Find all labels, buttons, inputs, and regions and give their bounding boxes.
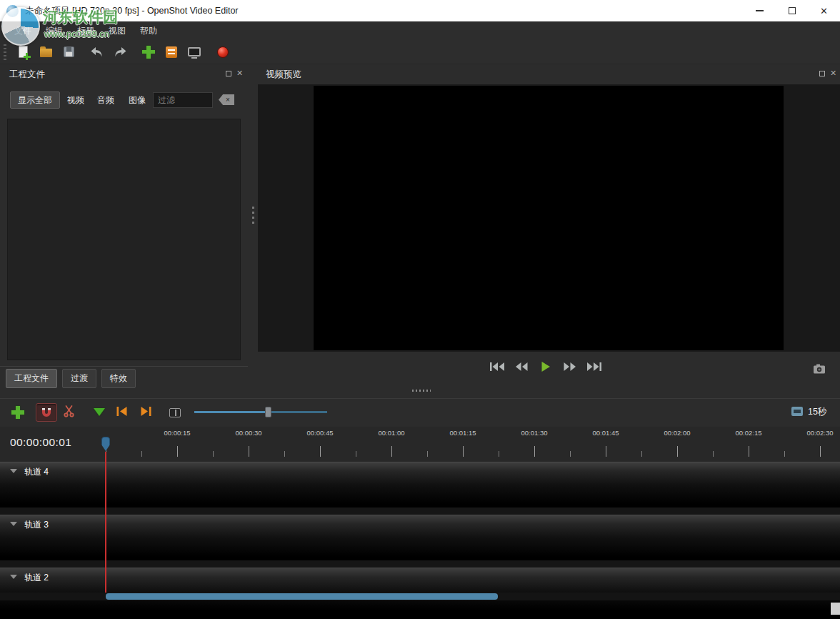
clear-filter-button[interactable]: × bbox=[219, 94, 234, 105]
open-project-button[interactable] bbox=[35, 42, 56, 62]
next-marker-button[interactable] bbox=[140, 406, 152, 417]
tab-transitions[interactable]: 过渡 bbox=[62, 369, 96, 388]
marker-triangle-icon bbox=[94, 408, 105, 416]
close-button[interactable]: ✕ bbox=[808, 0, 840, 21]
export-video-button[interactable] bbox=[212, 42, 234, 62]
toolbar-drag-handle[interactable] bbox=[4, 44, 6, 60]
new-project-icon bbox=[19, 46, 28, 58]
redo-button[interactable] bbox=[109, 42, 131, 62]
ruler-label: 00:00:15 bbox=[154, 429, 200, 437]
ruler-label: 00:02:00 bbox=[654, 429, 700, 437]
open-folder-icon bbox=[40, 49, 52, 57]
save-project-button[interactable] bbox=[58, 42, 79, 62]
splitter-dots-icon bbox=[252, 207, 254, 225]
preview-panel-title: 视频预览 bbox=[266, 69, 301, 81]
backspace-icon: × bbox=[226, 96, 230, 104]
close-panel-icon[interactable]: ✕ bbox=[236, 70, 243, 76]
ruler-label: 00:02:15 bbox=[726, 429, 771, 437]
menu-item-title[interactable]: 标题 bbox=[70, 21, 101, 40]
plus-icon bbox=[24, 53, 31, 60]
scrollbar-corner bbox=[831, 603, 840, 615]
window-title: 未命名项目 [HD 720p 30 fps] - OpenShot Video … bbox=[25, 5, 239, 17]
tab-transitions-label: 过渡 bbox=[71, 373, 88, 383]
fullscreen-button[interactable] bbox=[184, 42, 205, 62]
add-track-button[interactable] bbox=[11, 406, 24, 419]
center-playhead-icon bbox=[169, 408, 181, 417]
video-filter-label: 视频 bbox=[67, 94, 84, 107]
timeline-ruler[interactable]: 00:00:00:01 00:00:15 00:00:30 00:00:45 0… bbox=[0, 427, 840, 462]
project-panel-header-buttons: ✕ bbox=[226, 70, 243, 76]
redo-arrow-icon bbox=[113, 46, 127, 58]
zoom-scale-icon bbox=[791, 407, 803, 416]
play-icon bbox=[541, 361, 551, 372]
capture-frame-button[interactable] bbox=[811, 362, 827, 375]
import-plus-icon bbox=[142, 46, 155, 59]
jump-to-end-button[interactable] bbox=[586, 360, 603, 374]
track-row[interactable]: 轨道 4 bbox=[0, 462, 840, 507]
playback-timecode: 00:00:00:01 bbox=[10, 436, 71, 449]
track-row[interactable]: 轨道 3 bbox=[0, 515, 840, 560]
ruler-label: 00:01:45 bbox=[583, 429, 629, 437]
show-all-label: 显示全部 bbox=[18, 94, 52, 107]
horizontal-scrollbar-thumb[interactable] bbox=[106, 593, 498, 600]
track-name-label: 轨道 4 bbox=[24, 466, 49, 478]
close-icon: ✕ bbox=[820, 6, 828, 16]
next-marker-icon bbox=[140, 406, 152, 417]
horizontal-scrollbar[interactable] bbox=[0, 593, 840, 600]
menu-item-help[interactable]: 帮助 bbox=[133, 21, 164, 40]
zoom-slider-handle[interactable] bbox=[265, 407, 271, 417]
preview-panel-header-buttons: ✕ bbox=[819, 70, 836, 76]
transport-controls bbox=[489, 360, 603, 374]
fast-forward-button[interactable] bbox=[561, 360, 579, 374]
minimize-button[interactable] bbox=[744, 0, 776, 21]
zoom-slider-track[interactable] bbox=[194, 411, 327, 413]
filter-input[interactable] bbox=[153, 92, 213, 108]
track-chevron-icon[interactable] bbox=[10, 469, 17, 473]
ruler-label: 00:00:45 bbox=[297, 429, 343, 437]
monitor-icon bbox=[188, 47, 201, 56]
track-chevron-icon[interactable] bbox=[10, 522, 17, 526]
tab-effects[interactable]: 特效 bbox=[101, 369, 136, 388]
menu-item-view[interactable]: 视图 bbox=[101, 21, 133, 40]
snap-toggle-button[interactable] bbox=[36, 403, 57, 422]
minimize-icon bbox=[756, 10, 764, 11]
horizontal-splitter[interactable] bbox=[412, 390, 431, 392]
zoom-slider[interactable] bbox=[194, 405, 327, 418]
audio-filter-button[interactable]: 音频 bbox=[91, 91, 120, 109]
jump-start-icon bbox=[489, 362, 505, 372]
menu-item-file[interactable]: 文件 bbox=[7, 21, 39, 40]
image-filter-button[interactable]: 图像 bbox=[123, 91, 151, 109]
razor-button[interactable] bbox=[63, 405, 75, 417]
choose-profile-button[interactable] bbox=[161, 42, 182, 62]
ruler-minor-ticks bbox=[141, 451, 840, 457]
rewind-icon bbox=[514, 362, 529, 372]
jump-to-start-button[interactable] bbox=[489, 360, 506, 374]
close-panel-icon[interactable]: ✕ bbox=[830, 70, 836, 76]
previous-marker-button[interactable] bbox=[116, 406, 128, 417]
track-chevron-icon[interactable] bbox=[10, 575, 17, 579]
float-panel-icon[interactable] bbox=[819, 71, 825, 76]
video-display bbox=[314, 86, 784, 350]
float-panel-icon[interactable] bbox=[226, 71, 231, 76]
play-button[interactable] bbox=[537, 360, 554, 374]
video-filter-button[interactable]: 视频 bbox=[61, 91, 90, 109]
show-all-filter-button[interactable]: 显示全部 bbox=[10, 91, 60, 109]
tab-project-files[interactable]: 工程文件 bbox=[6, 369, 57, 388]
previous-marker-icon bbox=[116, 406, 128, 417]
track-name-label: 轨道 2 bbox=[24, 572, 49, 584]
menu-item-edit[interactable]: 编辑 bbox=[39, 21, 70, 40]
openshot-window: 未命名项目 [HD 720p 30 fps] - OpenShot Video … bbox=[0, 0, 840, 619]
new-project-button[interactable] bbox=[12, 42, 34, 62]
track-name-label: 轨道 3 bbox=[24, 519, 49, 531]
vertical-splitter[interactable] bbox=[248, 64, 258, 367]
center-on-playhead-button[interactable] bbox=[169, 408, 181, 417]
window-controls: ✕ bbox=[744, 0, 840, 21]
add-marker-button[interactable] bbox=[94, 408, 105, 416]
import-files-button[interactable] bbox=[138, 42, 159, 62]
undo-button[interactable] bbox=[86, 42, 108, 62]
maximize-button[interactable] bbox=[776, 0, 808, 21]
project-files-list[interactable] bbox=[7, 119, 241, 360]
rewind-button[interactable] bbox=[513, 360, 530, 374]
app-logo-icon bbox=[6, 5, 19, 17]
magnet-icon bbox=[40, 407, 53, 418]
